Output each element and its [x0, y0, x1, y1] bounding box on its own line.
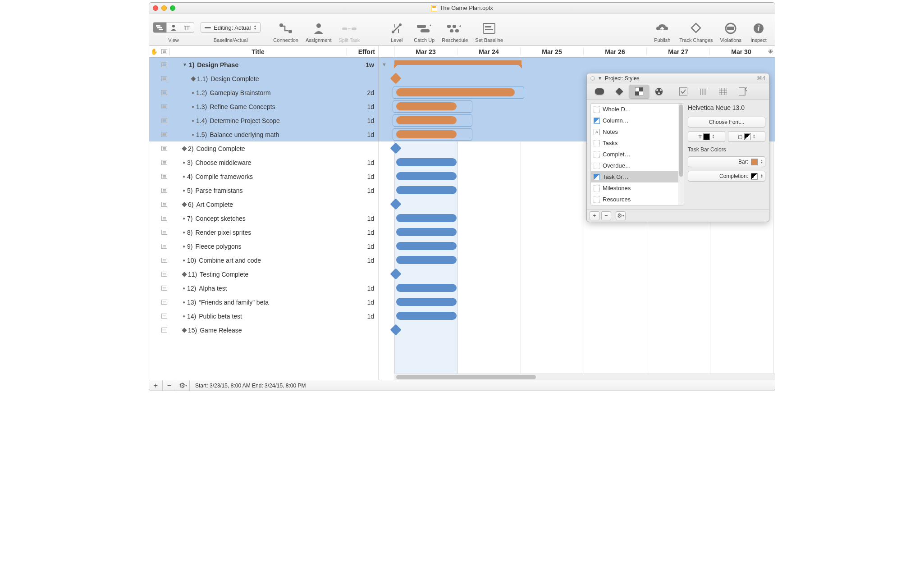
gantt-row[interactable]: ▼ [379, 58, 775, 72]
task-bar[interactable] [396, 312, 457, 320]
task-bar[interactable] [396, 116, 457, 124]
task-row[interactable]: ●12)Alpha test1d [149, 281, 379, 295]
inspector-tab-columns[interactable] [693, 85, 713, 98]
assignment-button[interactable]: Assignment [306, 20, 331, 43]
task-bar[interactable] [396, 172, 457, 180]
task-bar[interactable] [396, 228, 457, 236]
view-gantt-icon[interactable] [153, 23, 167, 32]
title-column-header[interactable]: Title [169, 48, 347, 55]
style-item[interactable]: Whole D… [591, 104, 684, 115]
style-item[interactable]: Column… [591, 115, 684, 126]
summary-bar[interactable] [394, 60, 521, 65]
track-changes-button[interactable]: Track Changes [679, 20, 713, 43]
task-bar[interactable] [396, 130, 457, 138]
view-calendar-icon[interactable] [180, 23, 194, 32]
add-style-button[interactable]: + [590, 211, 599, 220]
choose-font-button[interactable]: Choose Font... [688, 117, 765, 128]
remove-task-button[interactable]: − [163, 380, 176, 391]
gantt-row[interactable] [379, 281, 775, 295]
date-header[interactable]: Mar 26 [584, 48, 647, 55]
task-row[interactable]: ●8)Render pixel sprites1d [149, 225, 379, 239]
note-column-icon[interactable] [159, 49, 169, 54]
inspector-tab-styles[interactable] [629, 85, 649, 98]
inspector-tab-milestone[interactable] [609, 85, 629, 98]
inspector-tab-grid[interactable] [713, 85, 733, 98]
style-item[interactable]: ANotes [591, 126, 684, 137]
style-item[interactable]: Milestones [591, 182, 684, 194]
inspector-panel[interactable]: ▼ Project: Styles ⌘4 W [586, 73, 769, 222]
styles-list[interactable]: Whole D…Column…ANotesTasksComplet…Overdu… [590, 103, 684, 205]
add-task-button[interactable]: + [149, 380, 163, 391]
disclosure-triangle-icon[interactable]: ▼ [382, 62, 387, 67]
gantt-chart[interactable]: ▼ ▼ Project: Styles ⌘4 [379, 58, 775, 380]
completion-color-picker[interactable]: Completion:▲▼ [688, 171, 765, 182]
milestone-diamond[interactable] [390, 324, 401, 335]
baseline-actual-select[interactable]: Editing: Actual ▲▼ [201, 22, 261, 33]
disclosure-triangle-icon[interactable]: ▼ [598, 76, 602, 81]
date-header[interactable]: Mar 27 [647, 48, 710, 55]
task-row[interactable]: 1.1)Design Complete [149, 72, 379, 86]
gantt-horizontal-scrollbar[interactable] [394, 374, 775, 380]
inspector-tab-link[interactable] [733, 85, 753, 98]
bg-color-picker[interactable]: ▢▲▼ [728, 131, 765, 142]
style-actions-button[interactable]: ⚙▾ [616, 211, 626, 220]
milestone-diamond[interactable] [390, 268, 401, 279]
violations-button[interactable]: Violations [720, 20, 742, 43]
inspector-close-button[interactable] [590, 76, 595, 81]
task-bar[interactable] [396, 256, 457, 264]
effort-column-header[interactable]: Effort [347, 48, 379, 55]
style-item[interactable]: Overdue… [591, 160, 684, 171]
date-header[interactable]: Mar 25 [521, 48, 584, 55]
styles-scrollbar[interactable] [678, 104, 684, 205]
text-color-picker[interactable]: T▲▼ [688, 131, 725, 142]
task-row[interactable]: ●7)Concept sketches1d [149, 211, 379, 225]
style-item[interactable]: Resources [591, 194, 684, 205]
task-row[interactable]: ●1.2)Gameplay Brainstorm2d [149, 86, 379, 100]
date-header[interactable]: Mar 24 [457, 48, 521, 55]
task-bar[interactable] [396, 186, 457, 194]
task-bar[interactable] [396, 102, 457, 110]
gantt-row[interactable] [379, 267, 775, 281]
task-row[interactable]: ●1.3)Refine Game Concepts1d [149, 100, 379, 114]
task-outline[interactable]: ▼1)Design Phase1w1.1)Design Complete●1.2… [149, 58, 379, 380]
bar-color-picker[interactable]: Bar:▲▼ [688, 156, 765, 167]
gantt-row[interactable] [379, 253, 775, 267]
task-row[interactable]: ●14)Public beta test1d [149, 309, 379, 323]
publish-button[interactable]: Publish [652, 20, 672, 43]
task-row[interactable]: ●13)“Friends and family” beta1d [149, 295, 379, 309]
task-row[interactable]: ●1.4)Determine Project Scope1d [149, 114, 379, 128]
task-bar[interactable] [396, 242, 457, 250]
remove-style-button[interactable]: − [601, 211, 611, 220]
task-row[interactable]: ●1.5)Balance underlying math1d [149, 128, 379, 141]
task-row[interactable]: ●9)Fleece polygons1d [149, 239, 379, 253]
milestone-diamond[interactable] [390, 73, 401, 84]
split-task-button[interactable]: Split Task [338, 20, 360, 43]
timeline-header[interactable]: Mar 23Mar 24Mar 25Mar 26Mar 27Mar 30 ⊕ [379, 46, 775, 57]
inspector-tab-appearance[interactable] [649, 85, 669, 98]
date-header[interactable]: Mar 30 [710, 48, 773, 55]
gantt-row[interactable] [379, 309, 775, 323]
task-row[interactable]: ●4)Compile frameworks1d [149, 169, 379, 183]
catch-up-button[interactable]: Catch Up [414, 20, 435, 43]
style-item[interactable]: Task Gr… [591, 171, 684, 182]
style-item[interactable]: Complet… [591, 149, 684, 160]
task-row[interactable]: 2)Coding Complete [149, 141, 379, 155]
reschedule-button[interactable]: Reschedule [442, 20, 468, 43]
inspector-tab-task[interactable] [590, 85, 609, 98]
level-button[interactable]: Level [387, 20, 407, 43]
hand-column-icon[interactable]: ✋ [149, 48, 159, 55]
inspector-titlebar[interactable]: ▼ Project: Styles ⌘4 [587, 73, 769, 83]
style-item[interactable]: Tasks [591, 137, 684, 149]
view-segment[interactable] [153, 22, 194, 33]
task-row[interactable]: 15)Game Release [149, 323, 379, 337]
connection-button[interactable]: Connection [273, 20, 298, 43]
inspect-button[interactable]: i Inspect [749, 20, 768, 43]
task-row[interactable]: 6)Art Complete [149, 197, 379, 211]
inspector-tab-check[interactable] [673, 85, 693, 98]
action-menu-button[interactable]: ⚙▾ [176, 380, 190, 391]
task-row[interactable]: 11)Testing Complete [149, 267, 379, 281]
gantt-row[interactable] [379, 295, 775, 309]
task-bar[interactable] [396, 214, 457, 222]
date-header[interactable]: Mar 23 [394, 48, 457, 55]
task-row[interactable]: ●10)Combine art and code1d [149, 253, 379, 267]
